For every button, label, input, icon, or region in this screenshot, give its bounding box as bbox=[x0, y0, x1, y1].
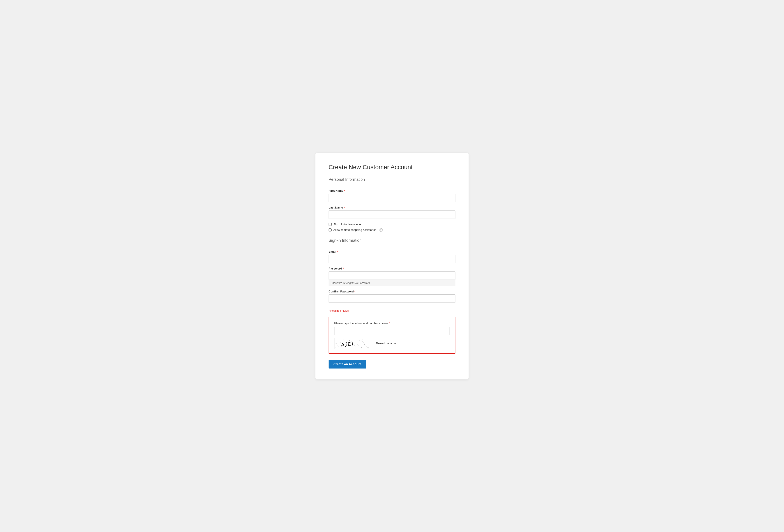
svg-point-17 bbox=[358, 346, 359, 346]
remote-assistance-checkbox-group: Allow remote shopping assistance ? bbox=[329, 228, 455, 232]
password-label: Password* bbox=[329, 267, 455, 270]
svg-point-8 bbox=[359, 341, 360, 341]
first-name-input[interactable] bbox=[329, 194, 455, 202]
svg-point-7 bbox=[356, 342, 357, 342]
page-title: Create New Customer Account bbox=[329, 164, 455, 171]
password-group: Password* Password Strength: No Password bbox=[329, 267, 455, 286]
captcha-svg: AIEI bbox=[334, 338, 369, 349]
email-input[interactable] bbox=[329, 255, 455, 263]
svg-point-18 bbox=[362, 347, 362, 348]
signin-section-title: Sign-in Information bbox=[329, 238, 455, 245]
svg-point-2 bbox=[340, 341, 340, 342]
last-name-group: Last Name* bbox=[329, 206, 455, 219]
create-account-button[interactable]: Create an Account bbox=[329, 360, 366, 368]
svg-point-5 bbox=[349, 340, 350, 341]
svg-point-26 bbox=[338, 343, 339, 343]
svg-point-6 bbox=[353, 339, 353, 340]
svg-point-14 bbox=[348, 348, 349, 348]
first-name-label: First Name* bbox=[329, 189, 455, 193]
confirm-password-required-star: * bbox=[354, 290, 356, 293]
password-required-star: * bbox=[342, 267, 344, 270]
last-name-input[interactable] bbox=[329, 210, 455, 219]
newsletter-checkbox[interactable] bbox=[329, 223, 332, 226]
registration-card: Create New Customer Account Personal Inf… bbox=[315, 153, 469, 379]
signin-information-section: Sign-in Information Email* Password* Pas… bbox=[329, 238, 455, 303]
svg-point-20 bbox=[368, 348, 369, 348]
personal-section-title: Personal Information bbox=[329, 177, 455, 184]
svg-point-3 bbox=[343, 339, 343, 339]
password-input[interactable] bbox=[329, 271, 455, 280]
last-name-required-star: * bbox=[344, 206, 345, 209]
email-label: Email* bbox=[329, 250, 455, 253]
last-name-label: Last Name* bbox=[329, 206, 455, 209]
reload-captcha-button[interactable]: Reload captcha bbox=[373, 340, 399, 347]
captcha-section: Please type the letters and numbers belo… bbox=[329, 317, 455, 354]
svg-text:AIEI: AIEI bbox=[341, 341, 354, 347]
captcha-required-star: * bbox=[389, 322, 390, 325]
svg-point-1 bbox=[336, 339, 337, 340]
personal-information-section: Personal Information First Name* Last Na… bbox=[329, 177, 455, 232]
password-strength-value: No Password bbox=[354, 282, 370, 285]
required-fields-note: * Required Fields bbox=[329, 309, 455, 312]
newsletter-label[interactable]: Sign Up for Newsletter bbox=[333, 223, 362, 226]
captcha-image: AIEI bbox=[334, 338, 369, 349]
remote-assistance-label[interactable]: Allow remote shopping assistance bbox=[333, 228, 376, 232]
first-name-required-star: * bbox=[344, 189, 345, 193]
email-group: Email* bbox=[329, 250, 455, 263]
svg-point-9 bbox=[363, 339, 363, 339]
svg-point-19 bbox=[365, 346, 365, 347]
confirm-password-label: Confirm Password* bbox=[329, 290, 455, 293]
svg-point-28 bbox=[350, 345, 351, 345]
svg-point-29 bbox=[354, 343, 354, 343]
newsletter-checkbox-group: Sign Up for Newsletter bbox=[329, 223, 455, 226]
svg-point-31 bbox=[361, 343, 361, 344]
confirm-password-group: Confirm Password* bbox=[329, 290, 455, 303]
email-required-star: * bbox=[337, 250, 338, 253]
captcha-label: Please type the letters and numbers belo… bbox=[334, 322, 450, 325]
confirm-password-input[interactable] bbox=[329, 294, 455, 303]
first-name-group: First Name* bbox=[329, 189, 455, 202]
svg-point-15 bbox=[352, 347, 352, 347]
svg-point-30 bbox=[357, 344, 358, 345]
svg-point-16 bbox=[355, 348, 356, 348]
remote-assistance-checkbox[interactable] bbox=[329, 228, 332, 232]
svg-point-10 bbox=[366, 341, 366, 342]
captcha-input[interactable] bbox=[334, 327, 450, 335]
captcha-image-row: AIEI Reload captcha bbox=[334, 338, 450, 349]
svg-point-32 bbox=[364, 345, 365, 345]
svg-point-27 bbox=[342, 344, 342, 345]
password-strength-indicator: Password Strength: No Password bbox=[329, 280, 455, 286]
remote-assistance-help-icon[interactable]: ? bbox=[379, 228, 383, 232]
svg-point-11 bbox=[338, 346, 338, 346]
